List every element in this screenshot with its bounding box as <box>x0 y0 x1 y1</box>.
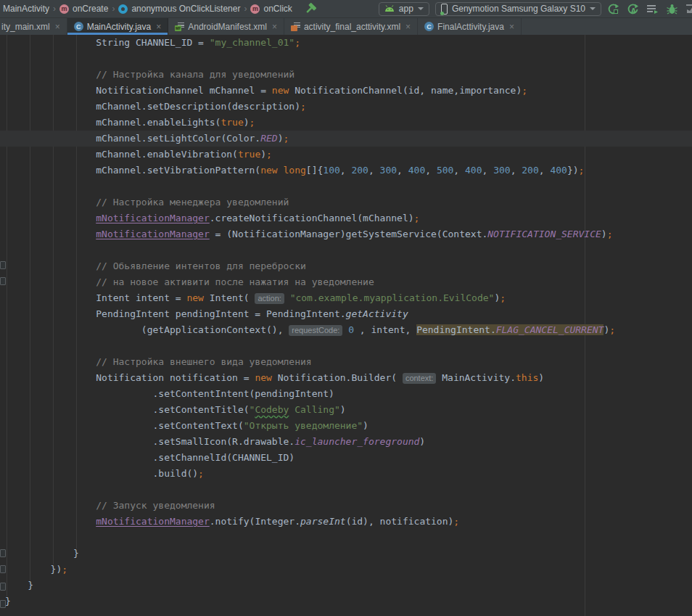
svg-text:A: A <box>631 7 636 14</box>
fold-marker-icon[interactable] <box>0 600 6 608</box>
code-editor[interactable]: String CHANNEL_ID = "my_channel_01"; // … <box>0 35 692 616</box>
close-icon[interactable]: × <box>55 22 60 31</box>
tab-FinalActtivity.java[interactable]: CFinalActtivity.java× <box>418 18 522 35</box>
file-badge-glyph: MF <box>175 25 181 31</box>
code-line: .setContentText("Открыть уведомление") <box>0 418 692 434</box>
tab-label: ity_main.xml <box>1 22 50 32</box>
close-icon[interactable]: × <box>509 22 514 31</box>
editor-tab-bar: ity_main.xml×CMainActivity.java×MFAndroi… <box>0 17 692 35</box>
breadcrumb-item[interactable]: anonymous OnClickListener <box>118 4 240 14</box>
code-line: mChannel.setDescription(description); <box>0 99 692 115</box>
code-line: }); <box>0 562 692 578</box>
rerun-icon[interactable] <box>607 3 619 15</box>
breadcrumb-separator-icon: › <box>244 4 247 14</box>
code-line: mNotificationManager.notify(Integer.pars… <box>0 514 692 530</box>
code-line: // Обьявление интентов для переброски <box>0 258 692 274</box>
breadcrumb-separator-icon: › <box>112 4 115 14</box>
manifest-file-icon: MF <box>175 22 184 31</box>
method-icon: m <box>59 4 69 14</box>
code-line: String CHANNEL_ID = "my_channel_01"; <box>0 35 692 51</box>
tab-ity_main.xml[interactable]: ity_main.xml× <box>0 18 67 35</box>
code-line: .build(); <box>0 466 692 482</box>
code-line: .setChannelId(CHANNEL_ID) <box>0 450 692 466</box>
tab-label: MainActivity.java <box>87 22 151 32</box>
code-line: .setContentTitle("Codeby Calling") <box>0 402 692 418</box>
breadcrumb-label: MainActivity <box>3 4 49 14</box>
file-badge-glyph <box>291 25 297 31</box>
code-line <box>0 338 692 354</box>
code-line <box>0 178 692 194</box>
anonymous-class-icon <box>118 4 128 14</box>
code-line: PendingIntent pendingIntent = PendingInt… <box>0 306 692 322</box>
navigation-bar: MainActivity›monCreate›anonymous OnClick… <box>0 0 692 17</box>
code-line: (getApplicationContext(), requestCode: 0… <box>0 322 692 338</box>
method-icon: m <box>250 4 260 14</box>
ide-window: MainActivity›monCreate›anonymous OnClick… <box>0 0 692 616</box>
tab-AndroidManifest.xml[interactable]: MFAndroidManifest.xml× <box>168 18 284 35</box>
code-line: } <box>0 594 692 609</box>
java-class-icon: C <box>424 22 434 31</box>
code-line: mChannel.setLightColor(Color.RED); <box>0 131 692 147</box>
fold-marker-icon[interactable] <box>0 549 6 557</box>
code-line: } <box>0 578 692 594</box>
chevron-down-icon <box>590 7 596 10</box>
code-line: // Настройка канала для уведомлений <box>0 67 692 83</box>
code-line: Intent intent = new Intent( action: "com… <box>0 290 692 306</box>
close-icon[interactable]: × <box>156 22 161 31</box>
java-class-icon: C <box>74 22 83 31</box>
breadcrumb-item[interactable]: monClick <box>250 4 292 14</box>
device-label: Genymotion Samsung Galaxy S10 <box>452 4 585 14</box>
code-line <box>0 242 692 258</box>
tab-label: AndroidManifest.xml <box>188 22 267 32</box>
code-line: .setSmallIcon(R.drawable.ic_launcher_for… <box>0 434 692 450</box>
code-line: } <box>0 546 692 562</box>
apply-code-changes-icon[interactable] <box>646 3 659 15</box>
fold-marker-icon[interactable] <box>0 583 6 591</box>
profiler-icon[interactable] <box>685 3 692 15</box>
code-line: Notification notification = new Notifica… <box>0 370 692 386</box>
code-line: // Запуск уведомления <box>0 498 692 514</box>
code-line: .setContentIntent(pendingIntent) <box>0 386 692 402</box>
breadcrumb-label: onClick <box>263 4 292 14</box>
code-line: NotificationChannel mChannel = new Notif… <box>0 83 692 99</box>
device-selector[interactable]: Genymotion Samsung Galaxy S10 <box>435 2 601 16</box>
breadcrumb-separator-icon: › <box>53 4 56 14</box>
fold-marker-icon[interactable] <box>0 565 6 573</box>
code-line: // Настройка внешнего вида уведомления <box>0 354 692 370</box>
code-line <box>0 51 692 67</box>
code-line: mChannel.setVibrationPattern(new long[]{… <box>0 163 692 178</box>
code-line <box>0 530 692 546</box>
breadcrumb-item[interactable]: MainActivity <box>3 4 49 14</box>
close-icon[interactable]: × <box>405 22 411 31</box>
chevron-down-icon <box>418 7 424 10</box>
tab-MainActivity.java[interactable]: CMainActivity.java× <box>67 18 169 35</box>
code-line: // на новое активити после нажатия на ув… <box>0 274 692 290</box>
code-line: // Настройка менеджера уведомлений <box>0 194 692 210</box>
code-line <box>0 482 692 498</box>
build-hammer-icon[interactable] <box>304 2 317 15</box>
code-area: String CHANNEL_ID = "my_channel_01"; // … <box>0 35 692 609</box>
code-line: mNotificationManager.createNotificationC… <box>0 210 692 226</box>
run-configuration-selector[interactable]: app <box>379 2 429 16</box>
android-head-icon <box>384 5 395 12</box>
tab-label: FinalActtivity.java <box>437 22 504 32</box>
xml-file-icon-orange <box>291 22 300 31</box>
breadcrumb-label: anonymous OnClickListener <box>131 4 240 14</box>
run-configuration-label: app <box>399 4 413 14</box>
breadcrumb: MainActivity›monCreate›anonymous OnClick… <box>0 4 294 14</box>
action-icons: A <box>607 3 692 15</box>
close-icon[interactable]: × <box>272 22 277 31</box>
fold-marker-icon[interactable] <box>0 261 6 269</box>
tab-label: activity_final_acttivity.xml <box>304 22 400 32</box>
debug-icon[interactable] <box>666 3 678 15</box>
fold-marker-icon[interactable] <box>0 277 6 285</box>
tab-activity_final_acttivity.xml[interactable]: activity_final_acttivity.xml× <box>284 18 418 35</box>
apply-changes-icon[interactable]: A <box>627 3 639 15</box>
code-line: mNotificationManager = (NotificationMana… <box>0 226 692 242</box>
breadcrumb-item[interactable]: monCreate <box>59 4 108 14</box>
code-line: mChannel.enableLights(true); <box>0 115 692 131</box>
code-line: mChannel.enableVibration(true); <box>0 147 692 163</box>
run-toolbar: app Genymotion Samsung Galaxy S10 A <box>379 2 692 16</box>
breadcrumb-label: onCreate <box>73 4 108 14</box>
device-phone-icon <box>441 4 448 15</box>
